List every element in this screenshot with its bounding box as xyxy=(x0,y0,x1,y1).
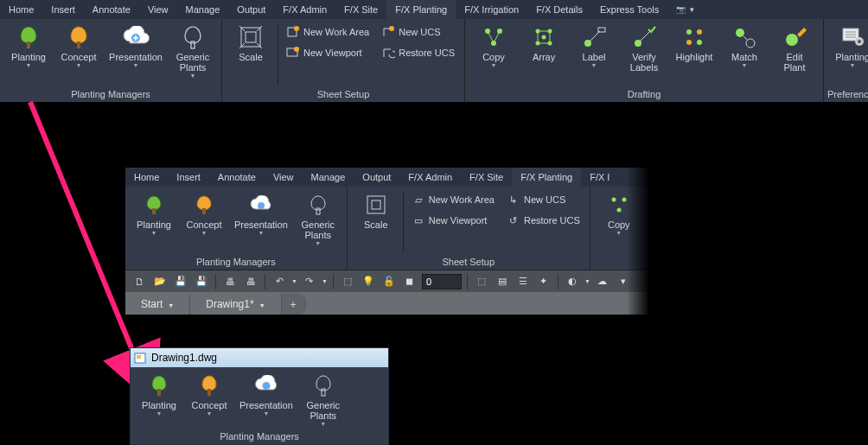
label-button[interactable]: Label ▼ xyxy=(569,21,619,71)
inset-tab-fx-planting[interactable]: F/X Planting xyxy=(512,168,581,187)
cloud-link-icon xyxy=(248,195,274,214)
undock-presentation-button[interactable]: Presentation▼ xyxy=(234,369,298,419)
presentation-button[interactable]: Presentation ▼ xyxy=(104,21,168,71)
tab-fx-irrigation[interactable]: F/X Irrigation xyxy=(456,0,527,19)
tab-fx-planting[interactable]: F/X Planting xyxy=(386,0,456,19)
undocked-panel-titlebar[interactable]: Drawing1.dwg xyxy=(131,348,388,367)
ribbon-tab-strip: Home Insert Annotate View Manage Output … xyxy=(0,0,868,19)
qat-layer-icon[interactable]: ⬚ xyxy=(339,273,356,290)
inset-tab-home[interactable]: Home xyxy=(125,168,168,187)
qat-undo-icon[interactable]: ↶ xyxy=(271,273,288,290)
inset-tab-annotate[interactable]: Annotate xyxy=(209,168,265,187)
svg-point-10 xyxy=(389,26,394,31)
cloud-link-icon xyxy=(121,26,150,48)
qat-open-icon[interactable]: 📂 xyxy=(151,273,169,290)
inset-new-ucs-button[interactable]: ↳New UCS xyxy=(504,190,583,209)
tab-insert[interactable]: Insert xyxy=(42,0,84,19)
qat-redo-caret[interactable]: ▼ xyxy=(322,278,328,284)
qat-explode-icon[interactable]: ✦ xyxy=(535,273,552,290)
planting-button[interactable]: Planting ▼ xyxy=(3,21,54,71)
qat-redo-icon[interactable]: ↷ xyxy=(301,273,318,290)
generic-plants-button-label: Generic Plants xyxy=(176,52,210,73)
planting-preferences-button[interactable]: Planting ▼ xyxy=(827,21,868,71)
match-button[interactable]: Match ▼ xyxy=(719,21,769,71)
inset-tab-fx-irrigation[interactable]: F/X I xyxy=(581,168,618,187)
svg-rect-43 xyxy=(372,200,380,209)
svg-point-45 xyxy=(622,198,626,202)
qat-sphere-icon[interactable]: ◐ xyxy=(564,273,581,290)
new-viewport-button[interactable]: New Viewport xyxy=(284,43,372,62)
tab-home[interactable]: Home xyxy=(0,0,42,19)
qat-stack-icon[interactable]: ▤ xyxy=(494,273,511,290)
qat-plot-icon[interactable]: 🖶 xyxy=(221,273,239,290)
verify-labels-button[interactable]: Verify Labels xyxy=(619,21,669,74)
inset-restore-ucs-button[interactable]: ↺Restore UCS xyxy=(504,211,583,230)
svg-point-44 xyxy=(611,198,616,202)
inset-panel-sheet-setup: Scale ▱New Work Area ▭New Viewport ↳New … xyxy=(348,187,590,270)
new-ucs-button[interactable]: New UCS xyxy=(379,22,457,41)
highlight-button[interactable]: Highlight xyxy=(669,21,719,64)
tab-view[interactable]: View xyxy=(139,0,177,19)
qat-props-icon[interactable]: ☰ xyxy=(514,273,532,290)
inset-planting-button[interactable]: Planting▼ xyxy=(129,188,179,238)
doc-tab-drawing1[interactable]: Drawing1*▼ xyxy=(190,294,281,315)
tab-fx-admin[interactable]: F/X Admin xyxy=(274,0,335,19)
inset-copy-button[interactable]: Copy▼ xyxy=(594,188,644,238)
inset-tab-view[interactable]: View xyxy=(265,168,303,187)
inset-tab-insert[interactable]: Insert xyxy=(168,168,209,187)
undocked-panel-body: Planting▼ Concept▼ Presentation▼ Generic… xyxy=(131,367,388,444)
tab-manage[interactable]: Manage xyxy=(177,0,229,19)
qat-undo-caret[interactable]: ▼ xyxy=(291,278,297,284)
new-work-area-label: New Work Area xyxy=(303,27,369,37)
copy-button[interactable]: Copy ▼ xyxy=(469,21,519,71)
qat-bulb-icon[interactable]: 💡 xyxy=(360,273,377,290)
qat-layercolor-icon[interactable]: ◼ xyxy=(401,273,418,290)
qat-saveas-icon[interactable]: 💾 xyxy=(193,273,210,290)
inset-generic-plants-button[interactable]: Generic Plants▼ xyxy=(293,188,343,249)
scale-button[interactable]: Scale xyxy=(226,21,276,64)
new-viewport-label: New Viewport xyxy=(303,48,362,58)
array-button[interactable]: Array xyxy=(519,21,569,64)
qat-new-icon[interactable]: 🗋 xyxy=(131,273,148,290)
qat-lock-icon[interactable]: 🔓 xyxy=(380,273,398,290)
inset-new-work-area-button[interactable]: ▱New Work Area xyxy=(409,190,497,209)
inset-presentation-button[interactable]: Presentation▼ xyxy=(229,188,293,238)
tree-outline-icon xyxy=(312,373,335,397)
inset-window: Home Insert Annotate View Manage Output … xyxy=(125,168,649,315)
copy-button-label: Copy xyxy=(482,52,505,62)
undock-generic-plants-button[interactable]: Generic Plants▼ xyxy=(298,369,348,429)
inset-tab-output[interactable]: Output xyxy=(354,168,399,187)
undocked-panel[interactable]: Drawing1.dwg Planting▼ Concept▼ Presenta… xyxy=(130,347,389,445)
qat-match-icon[interactable]: ⬚ xyxy=(473,273,490,290)
qat-layer-field[interactable]: 0 xyxy=(422,274,462,289)
inset-tab-fx-admin[interactable]: F/X Admin xyxy=(399,168,461,187)
array-icon xyxy=(531,24,557,50)
edit-plant-button[interactable]: Edit Plant xyxy=(769,21,820,74)
tab-annotate[interactable]: Annotate xyxy=(84,0,139,19)
restore-ucs-button[interactable]: Restore UCS xyxy=(379,43,457,62)
tab-express-tools[interactable]: Express Tools xyxy=(591,0,667,19)
tab-record[interactable]: 📷 ▾ xyxy=(667,0,704,19)
inset-scale-button[interactable]: Scale xyxy=(351,188,401,232)
inset-concept-button[interactable]: Concept▼ xyxy=(179,188,229,238)
qat-save-icon[interactable]: 💾 xyxy=(172,273,189,290)
qat-cloud-icon[interactable]: ☁ xyxy=(594,273,611,290)
concept-button[interactable]: Concept ▼ xyxy=(54,21,104,71)
tab-fx-site[interactable]: F/X Site xyxy=(335,0,386,19)
qat-more-icon[interactable]: ▾ xyxy=(615,273,632,290)
undock-concept-button[interactable]: Concept▼ xyxy=(184,369,234,419)
new-work-area-button[interactable]: New Work Area xyxy=(284,22,372,41)
doc-tab-start[interactable]: Start▼ xyxy=(125,294,190,315)
undock-planting-button[interactable]: Planting▼ xyxy=(134,369,184,419)
generic-plants-button[interactable]: Generic Plants ▼ xyxy=(168,21,218,81)
doc-tab-add[interactable]: ＋ xyxy=(282,294,306,315)
tab-fx-details[interactable]: F/X Details xyxy=(527,0,591,19)
inset-tab-manage[interactable]: Manage xyxy=(303,168,354,187)
svg-rect-50 xyxy=(207,389,211,396)
inset-tab-fx-site[interactable]: F/X Site xyxy=(461,168,512,187)
qat-plot-preview-icon[interactable]: 🖶 xyxy=(242,273,259,290)
qat-sphere-caret[interactable]: ▼ xyxy=(584,278,590,284)
tab-output[interactable]: Output xyxy=(228,0,274,19)
svg-rect-48 xyxy=(137,355,141,359)
inset-new-viewport-button[interactable]: ▭New Viewport xyxy=(409,211,497,230)
